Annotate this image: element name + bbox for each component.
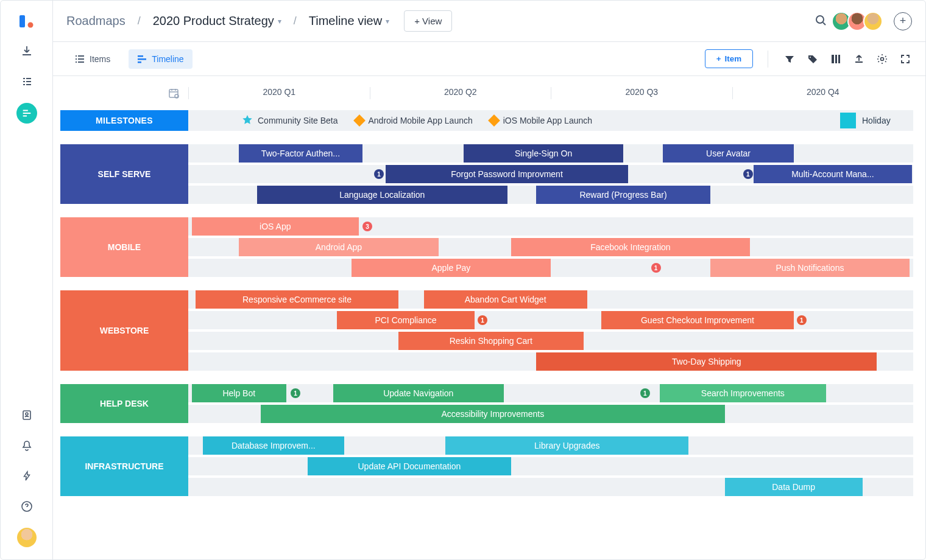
timeline-bar[interactable]: Data Dump [725, 478, 863, 496]
bell-icon[interactable] [18, 436, 36, 455]
avatar[interactable] [863, 12, 883, 31]
search-icon[interactable] [815, 14, 827, 28]
count-badge[interactable]: 1 [478, 315, 487, 325]
milestones-header: MILESTONES [60, 110, 188, 131]
svg-point-3 [26, 413, 28, 415]
header: Roadmaps / 2020 Product Strategy ▾ / Tim… [53, 1, 925, 42]
timeline-bar[interactable]: Push Notifications [710, 259, 910, 277]
timeline-bar[interactable]: Help Bot [192, 384, 286, 402]
count-badge[interactable]: 1 [374, 169, 384, 179]
tab-timeline[interactable]: Timeline [129, 49, 192, 69]
milestone[interactable]: Android Mobile App Launch [355, 116, 473, 125]
svg-rect-19 [169, 89, 178, 97]
milestone-label: Android Mobile App Launch [369, 116, 473, 125]
toolbar: Items Timeline + Item [53, 42, 925, 76]
breadcrumb-root[interactable]: Roadmaps [66, 14, 125, 28]
timeline-bar[interactable]: Reskin Shopping Cart [398, 332, 583, 350]
svg-rect-8 [76, 58, 77, 60]
count-badge[interactable]: 1 [640, 388, 650, 398]
add-view-button[interactable]: + View [404, 10, 452, 32]
diamond-icon [488, 114, 500, 127]
timeline-bar[interactable]: Database Improvem... [203, 436, 344, 455]
filter-icon[interactable] [783, 52, 796, 66]
svg-rect-12 [138, 55, 143, 57]
svg-rect-9 [78, 58, 84, 60]
tab-items[interactable]: Items [66, 49, 119, 69]
contacts-icon[interactable] [18, 406, 36, 424]
lane-self-serve: Two-Factor Authen...Single-Sign OnUser A… [188, 144, 913, 204]
milestone[interactable]: Community Site Beta [242, 114, 338, 127]
timeline-bar[interactable]: iOS App [192, 217, 359, 236]
timeline-nav-icon[interactable] [16, 103, 37, 124]
timeline-bar[interactable]: Search Improvements [660, 384, 827, 402]
timeline-bar[interactable]: Forgot Password Improvment [386, 165, 629, 183]
milestone-holiday[interactable]: Holiday [840, 113, 907, 128]
count-badge[interactable]: 1 [651, 263, 661, 273]
timeline-bar[interactable]: Update Navigation [333, 384, 504, 402]
timeline-bar[interactable]: Reward (Progress Bar) [536, 186, 710, 204]
timeline-bar[interactable]: Language Localization [257, 186, 507, 204]
svg-rect-17 [838, 55, 840, 63]
svg-rect-13 [138, 58, 146, 60]
svg-rect-10 [76, 61, 77, 63]
timeline-row: PCI Compliance1Guest Checkout Improvemen… [188, 311, 913, 329]
timeline-row: Database Improvem...Library Upgrades [188, 436, 913, 455]
columns-icon[interactable] [829, 52, 843, 66]
add-item-button[interactable]: + Item [705, 49, 753, 68]
svg-rect-15 [832, 55, 834, 63]
gear-icon[interactable] [875, 52, 889, 66]
svg-rect-16 [835, 55, 837, 63]
timeline-row: Update API Documentation [188, 457, 913, 475]
breadcrumb-view[interactable]: Timeline view ▾ [309, 14, 389, 28]
quarter-label: 2020 Q4 [732, 87, 914, 99]
timeline-bar[interactable]: Multi-Account Mana... [754, 165, 911, 183]
square-icon [840, 113, 856, 128]
svg-point-18 [881, 57, 884, 60]
count-badge[interactable]: 3 [362, 222, 372, 231]
timeline-bar[interactable]: Guest Checkout Improvement [601, 311, 793, 329]
count-badge[interactable]: 1 [797, 315, 807, 325]
lane-label-help-desk: HELP DESK [60, 384, 188, 423]
checklist-icon[interactable] [18, 72, 36, 91]
timeline-bar[interactable]: Two-Day Shipping [536, 352, 877, 371]
download-icon[interactable] [18, 42, 36, 60]
timeline-bar[interactable]: Facebook Integration [511, 238, 751, 256]
timeline-row: Accessibility Improvements [188, 405, 913, 423]
milestone-label: iOS Mobile App Launch [503, 116, 592, 125]
timeline-bar[interactable]: Android App [239, 238, 438, 256]
diamond-icon [353, 114, 366, 127]
breadcrumb-sep: / [138, 15, 141, 27]
profile-avatar[interactable] [17, 528, 37, 547]
timeline-bar[interactable]: Update API Documentation [308, 457, 511, 475]
count-badge[interactable]: 1 [743, 169, 753, 179]
bolt-icon[interactable] [18, 467, 36, 485]
timeline-bar[interactable]: Accessibility Improvements [261, 405, 725, 423]
app-logo[interactable] [18, 13, 35, 30]
expand-icon[interactable] [899, 52, 912, 66]
divider [768, 51, 768, 68]
timeline-bar[interactable]: Library Upgrades [445, 436, 688, 455]
breadcrumb-roadmap[interactable]: 2020 Product Strategy ▾ [153, 14, 281, 28]
milestones-strip: Community Site Beta Android Mobile App L… [188, 110, 913, 131]
timeline-bar[interactable]: Abandon Cart Widget [424, 290, 587, 309]
main: Roadmaps / 2020 Product Strategy ▾ / Tim… [53, 1, 925, 559]
timeline-bar[interactable]: Responsive eCommerce site [196, 290, 398, 309]
milestone-label: Community Site Beta [258, 116, 338, 125]
timeline-bar[interactable]: Single-Sign On [464, 144, 623, 163]
milestone[interactable]: iOS Mobile App Launch [490, 116, 592, 125]
timeline-bar[interactable]: PCI Compliance [337, 311, 475, 329]
timeline-bar[interactable]: Apple Pay [352, 259, 551, 277]
timeline-bar[interactable]: Two-Factor Authen... [239, 144, 362, 163]
count-badge[interactable]: 1 [291, 388, 300, 398]
tab-timeline-label: Timeline [152, 54, 183, 64]
quarter-label: 2020 Q3 [551, 87, 732, 99]
timeline-bar[interactable]: User Avatar [663, 144, 793, 163]
help-icon[interactable] [18, 497, 36, 516]
timeline-row: iOS App3 [188, 217, 913, 236]
calendar-settings-icon[interactable] [60, 87, 188, 99]
svg-point-5 [816, 16, 824, 23]
export-icon[interactable] [852, 52, 866, 66]
tag-icon[interactable] [806, 52, 819, 66]
lane-help-desk: Help Bot1Update Navigation1Search Improv… [188, 384, 913, 423]
add-collaborator-button[interactable]: + [894, 12, 912, 30]
